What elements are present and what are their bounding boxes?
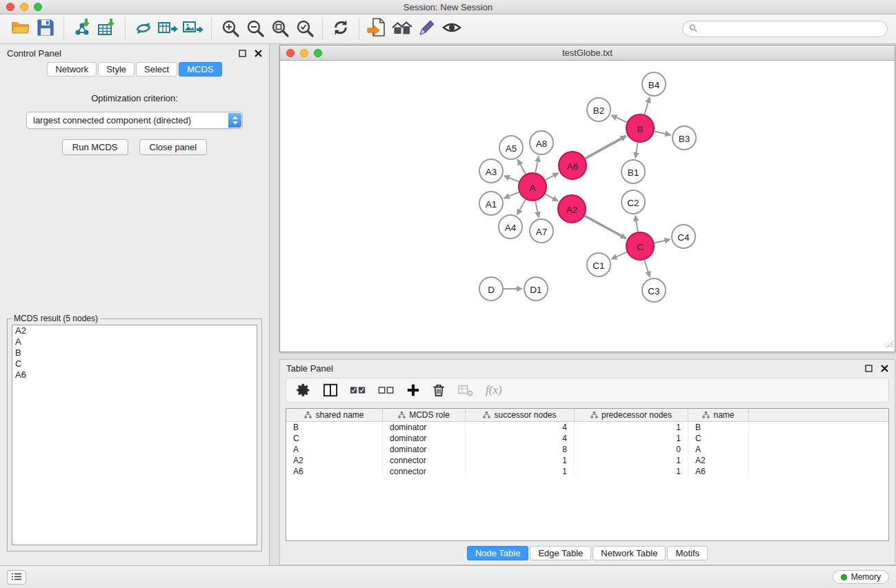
search-field[interactable] <box>682 21 888 37</box>
graph-edge-A-A2[interactable] <box>545 194 558 201</box>
network-minimize-button[interactable] <box>300 49 308 57</box>
zoom-fit-button[interactable] <box>267 17 292 41</box>
save-session-button[interactable] <box>33 17 58 41</box>
graph-node-A6[interactable]: A6 <box>559 152 586 179</box>
table-row[interactable]: Bdominator41B <box>286 422 888 433</box>
criterion-select[interactable]: largest connected component (directed) <box>26 112 243 129</box>
table-cell[interactable]: B <box>286 422 383 433</box>
minimize-window-button[interactable] <box>20 3 28 11</box>
zoom-window-button[interactable] <box>34 3 42 11</box>
table-cell[interactable]: connector <box>383 466 466 477</box>
annotation-button[interactable] <box>415 17 439 41</box>
table-cell[interactable]: connector <box>383 455 466 466</box>
graph-node-B4[interactable]: B4 <box>642 72 666 96</box>
function-builder-button[interactable]: f(x) <box>486 383 502 397</box>
graph-edge-C-C3[interactable] <box>644 260 650 277</box>
graph-edge-A-A3[interactable] <box>504 176 519 181</box>
graph-node-A4[interactable]: A4 <box>499 215 522 239</box>
graph-edge-A-A4[interactable] <box>517 199 526 214</box>
table-cell[interactable]: A6 <box>688 466 749 477</box>
table-cell[interactable]: 1 <box>575 455 688 466</box>
close-panel-icon[interactable] <box>254 49 262 57</box>
add-column-button[interactable] <box>406 383 420 397</box>
table-tab-node-table[interactable]: Node Table <box>467 546 529 560</box>
refresh-layout-button[interactable] <box>328 17 353 41</box>
graph-node-D[interactable]: D <box>479 277 503 301</box>
table-cell[interactable]: 4 <box>466 433 575 444</box>
table-cell[interactable]: dominator <box>383 444 466 455</box>
graph-node-C1[interactable]: C1 <box>587 253 610 276</box>
zoom-in-button[interactable] <box>217 17 242 41</box>
select-all-button[interactable] <box>350 385 366 396</box>
delete-column-button[interactable] <box>432 383 446 398</box>
search-input[interactable] <box>701 24 881 34</box>
resize-grip-icon[interactable] <box>886 338 894 351</box>
float-panel-icon[interactable] <box>238 49 246 57</box>
table-cell[interactable]: A2 <box>286 455 383 466</box>
table-cell[interactable]: dominator <box>383 422 466 433</box>
memory-button[interactable]: Memory <box>833 570 889 584</box>
column-header-name[interactable]: name <box>688 409 749 421</box>
graph-edge-A2-C[interactable] <box>584 216 626 239</box>
mcds-result-item[interactable]: A6 <box>12 369 257 381</box>
column-header-MCDS-role[interactable]: MCDS role <box>383 409 466 421</box>
graph-node-A3[interactable]: A3 <box>479 159 503 183</box>
column-header-successor-nodes[interactable]: successor nodes <box>466 409 575 421</box>
table-tab-edge-table[interactable]: Edge Table <box>530 546 591 560</box>
clone-network-button[interactable] <box>131 17 156 41</box>
table-cell[interactable]: C <box>286 433 383 444</box>
mcds-result-item[interactable]: B <box>12 347 257 358</box>
network-graph[interactable]: B4B2BB3A8A5A6A3B1AC2A1A2A4A7C4CC1DD1C3 <box>281 61 894 351</box>
graph-node-A5[interactable]: A5 <box>499 136 523 159</box>
graph-edge-C-C2[interactable] <box>635 216 638 232</box>
unselect-all-button[interactable] <box>378 385 395 396</box>
table-tab-network-table[interactable]: Network Table <box>593 546 666 560</box>
task-history-button[interactable] <box>7 570 26 585</box>
table-cell[interactable]: A <box>286 444 383 455</box>
close-table-panel-icon[interactable] <box>880 364 888 372</box>
table-cell[interactable]: 1 <box>575 433 688 444</box>
table-cell[interactable]: A2 <box>688 455 749 466</box>
table-tab-motifs[interactable]: Motifs <box>667 546 708 560</box>
zoom-out-button[interactable] <box>242 17 267 41</box>
show-hide-button[interactable] <box>439 17 464 41</box>
graph-edge-B-B2[interactable] <box>611 115 627 122</box>
graph-node-D1[interactable]: D1 <box>524 277 548 301</box>
graph-node-B[interactable]: B <box>626 114 654 142</box>
close-panel-button[interactable]: Close panel <box>139 139 208 155</box>
table-cell[interactable]: 1 <box>466 466 575 477</box>
table-cell[interactable]: C <box>688 433 749 444</box>
table-cell[interactable]: dominator <box>383 433 466 444</box>
table-cell[interactable]: 1 <box>466 455 575 466</box>
float-table-panel-icon[interactable] <box>864 364 873 372</box>
run-mcds-button[interactable]: Run MCDS <box>62 139 128 155</box>
table-settings-button[interactable] <box>296 383 311 398</box>
mcds-result-item[interactable]: A2 <box>12 325 257 336</box>
network-canvas[interactable]: B4B2BB3A8A5A6A3B1AC2A1A2A4A7C4CC1DD1C3 <box>281 61 894 351</box>
import-file-button[interactable] <box>365 17 390 41</box>
control-tab-network[interactable]: Network <box>47 62 97 77</box>
graph-node-A1[interactable]: A1 <box>479 192 503 215</box>
table-row[interactable]: Cdominator41C <box>286 433 888 444</box>
import-network-button[interactable] <box>70 17 94 41</box>
graph-node-B1[interactable]: B1 <box>621 160 645 183</box>
graph-edge-A-A6[interactable] <box>546 173 559 180</box>
show-columns-button[interactable] <box>323 383 338 397</box>
close-window-button[interactable] <box>6 3 14 11</box>
mcds-result-list[interactable]: A2ABCA6 <box>12 325 257 545</box>
mcds-result-item[interactable]: C <box>12 358 257 369</box>
import-table-button[interactable] <box>94 17 119 41</box>
graph-edge-C-C1[interactable] <box>611 252 627 259</box>
graph-edge-A-A8[interactable] <box>535 156 539 173</box>
export-table-button[interactable] <box>156 17 181 41</box>
graph-node-C4[interactable]: C4 <box>672 225 695 248</box>
graph-node-A7[interactable]: A7 <box>530 219 553 243</box>
graph-edge-A6-B[interactable] <box>585 136 626 159</box>
graph-node-A8[interactable]: A8 <box>530 131 553 154</box>
graph-edge-B-B1[interactable] <box>635 143 638 159</box>
network-close-button[interactable] <box>286 49 295 57</box>
graph-edge-B-B4[interactable] <box>644 97 650 114</box>
control-tab-style[interactable]: Style <box>98 62 135 77</box>
graph-edge-A-A7[interactable] <box>535 201 539 218</box>
mcds-result-item[interactable]: A <box>12 336 257 347</box>
